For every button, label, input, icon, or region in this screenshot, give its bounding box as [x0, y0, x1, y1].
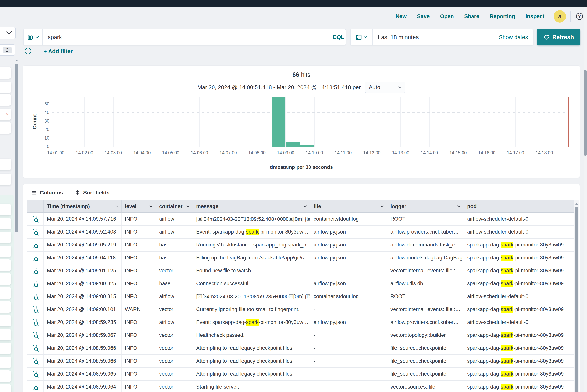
cell-message: Event: sparkapp-dag-spark-pi-monitor-80y… [193, 316, 310, 328]
time-range-value[interactable]: Last 18 minutes [372, 29, 499, 45]
histogram-bar[interactable] [272, 97, 286, 147]
y-tick-label: 50 [34, 101, 49, 106]
cell-pod: sparkapp-dag-spark-pi-monitor-80y3uw09 [464, 342, 574, 354]
sidebar-field-card[interactable] [0, 287, 11, 299]
cell-logger: airflow.cli.commands.task_c… [387, 238, 464, 251]
expand-document-button[interactable] [27, 342, 44, 354]
expand-document-button[interactable] [27, 316, 44, 328]
nav-reporting-link[interactable]: Reporting [490, 13, 515, 20]
table-toolbar: Columns Sort fields [31, 188, 110, 197]
expand-document-button[interactable] [27, 213, 44, 225]
cell-pod: sparkapp-dag-spark-pi-monitor-80y3uw09 [464, 329, 574, 342]
cell-file: - [310, 329, 387, 342]
sidebar-field-card[interactable] [0, 122, 11, 134]
sidebar-field-card[interactable]: × [0, 108, 11, 120]
chevron-down-icon [380, 204, 384, 208]
chevron-down-icon [398, 85, 402, 90]
x-tick-label: 14:06:00 [186, 150, 213, 156]
gridline-h [52, 130, 569, 130]
nav-save-link[interactable]: Save [417, 13, 430, 20]
table-header-pod[interactable]: pod [464, 200, 574, 212]
expand-document-button[interactable] [27, 277, 44, 290]
sidebar-field-card[interactable] [0, 218, 11, 229]
table-header-time-timestamp-[interactable]: Time (timestamp) [44, 200, 122, 212]
remove-field-icon[interactable]: × [6, 112, 9, 117]
expand-document-button[interactable] [27, 368, 44, 380]
histogram-bar[interactable] [286, 142, 300, 147]
column-title: pod [467, 204, 476, 210]
sidebar-collapse-button[interactable] [0, 27, 16, 39]
sort-fields-button[interactable]: Sort fields [74, 190, 110, 196]
sidebar-divider [20, 26, 20, 392]
sidebar-field-card[interactable] [0, 384, 11, 392]
gridline-v [286, 97, 286, 147]
table-scrollbar-thumb[interactable] [575, 206, 578, 392]
nav-new-link[interactable]: New [396, 13, 406, 20]
calendar-menu-button[interactable] [350, 29, 372, 45]
sidebar-field-card[interactable] [0, 260, 11, 271]
sidebar-field-card[interactable] [0, 232, 11, 243]
cell-file: - [310, 381, 387, 392]
expand-document-button[interactable] [27, 238, 44, 251]
expand-document-button[interactable] [27, 381, 44, 392]
sidebar-field-card[interactable] [0, 329, 11, 340]
nav-links: NewSaveOpenShareReportingInspect [396, 7, 544, 26]
table-header-expand-col [27, 200, 44, 212]
cell-level: INFO [122, 238, 156, 251]
sidebar-field-card[interactable] [0, 356, 11, 368]
sidebar-field-card[interactable] [0, 204, 11, 216]
saved-queries-button[interactable] [24, 29, 43, 45]
sidebar-field-card[interactable] [0, 273, 11, 285]
cell-level: INFO [122, 355, 156, 367]
expand-document-button[interactable] [27, 329, 44, 342]
histogram-bar[interactable] [300, 145, 314, 147]
hits-label: hits [301, 71, 310, 78]
query-language-button[interactable]: DQL [331, 29, 346, 45]
cell-time: Mar 20, 2024 @ 14:08:59.235 [44, 316, 122, 328]
avatar[interactable]: a [554, 10, 566, 22]
nav-open-link[interactable]: Open [440, 13, 454, 20]
expand-document-button[interactable] [27, 303, 44, 316]
sidebar-field-card[interactable] [0, 246, 11, 257]
histogram-plot[interactable] [52, 97, 569, 147]
sidebar-field-card[interactable] [0, 370, 11, 382]
refresh-button[interactable]: Refresh [537, 29, 580, 46]
table-header-container[interactable]: container [156, 200, 193, 212]
table-header-message[interactable]: message [193, 200, 310, 212]
scroll-up-arrow-icon[interactable] [16, 59, 18, 62]
sidebar-field-card[interactable] [0, 82, 11, 93]
expand-document-button[interactable] [27, 226, 44, 238]
show-dates-button[interactable]: Show dates [499, 29, 533, 45]
nav-share-link[interactable]: Share [464, 13, 479, 20]
sidebar-field-card[interactable] [0, 315, 11, 326]
columns-button[interactable]: Columns [31, 190, 63, 196]
nav-inspect-link[interactable]: Inspect [526, 13, 544, 20]
sidebar-field-card[interactable] [0, 174, 11, 185]
interval-select[interactable]: Auto [364, 82, 406, 93]
expand-document-button[interactable] [27, 290, 44, 303]
sidebar-scrollbar-thumb[interactable] [15, 64, 18, 232]
page-scrollbar-track[interactable] [584, 7, 587, 392]
expand-document-button[interactable] [27, 264, 44, 277]
add-filter-button[interactable]: + Add filter [44, 47, 73, 56]
table-header-level[interactable]: level [122, 200, 156, 212]
sidebar-field-card[interactable] [0, 94, 11, 106]
cell-pod: sparkapp-dag-spark-pi-monitor-80y3uw09 [464, 238, 574, 251]
sidebar-field-card[interactable] [0, 67, 11, 79]
highlighted-term: spark [501, 332, 514, 338]
chevron-down-icon [457, 204, 461, 208]
expand-document-button[interactable] [27, 355, 44, 367]
page-scrollbar-thumb[interactable] [584, 70, 586, 156]
table-header-logger[interactable]: logger [387, 200, 464, 212]
filter-icon[interactable] [24, 48, 32, 55]
sidebar-field-card[interactable] [0, 301, 11, 312]
expand-document-button[interactable] [27, 252, 44, 264]
cell-message: Found new file to watch. [193, 264, 310, 277]
gridline-v [372, 97, 372, 147]
help-button[interactable]: ? [576, 13, 583, 20]
search-input[interactable]: spark [43, 29, 331, 45]
scroll-up-arrow-icon[interactable] [576, 203, 578, 205]
sidebar-field-card[interactable] [0, 158, 11, 170]
sidebar-field-card[interactable] [0, 343, 11, 354]
table-header-file[interactable]: file [310, 200, 387, 212]
